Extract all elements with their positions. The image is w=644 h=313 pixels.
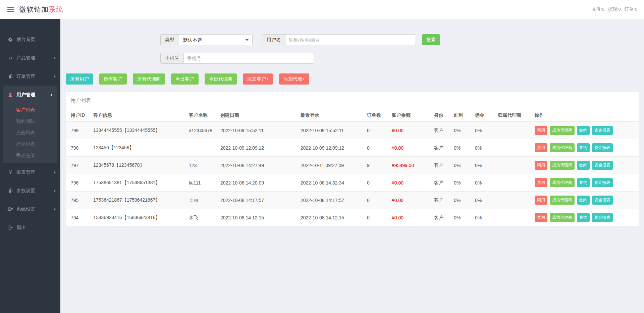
cell-created: 2022-10-08 14:12:15 [218, 209, 298, 226]
cell-balance: ¥95899.00 [389, 157, 431, 174]
sign-button[interactable]: 签约 [577, 143, 590, 152]
disable-button[interactable]: 禁用 [535, 178, 547, 187]
cell-actions: 禁用 成为代理商 签约 资金报表 [532, 139, 639, 157]
cell-agent [495, 209, 532, 226]
cell-balance: ¥0.00 [389, 174, 431, 192]
cell-role: 客户 [431, 157, 451, 174]
svg-text:B: B [9, 56, 12, 60]
sidebar-item-label: 产品管理 [16, 55, 54, 61]
cell-role: 客户 [431, 192, 451, 209]
cell-orders: 0 [364, 139, 389, 157]
sidebar-item-orders[interactable]: 订单管理 [0, 67, 60, 86]
phone-input[interactable] [183, 53, 314, 64]
today-customers-button[interactable]: 今日客户 [171, 73, 199, 85]
fund-report-button[interactable]: 资金报表 [592, 213, 613, 222]
sign-button[interactable]: 签约 [577, 178, 590, 187]
all-customers-button[interactable]: 所有客户 [99, 73, 127, 85]
become-agent-button[interactable]: 成为代理商 [550, 196, 575, 205]
chevron-right-icon [51, 94, 52, 96]
user-table: 用户ID 客户信息 客户名称 创建日期 最近登录 订单数 账户余额 身份 红利 … [66, 109, 639, 226]
all-users-button[interactable]: 所有用户 [66, 73, 93, 85]
sidebar-item-parameters[interactable]: 参数设置 [0, 181, 60, 200]
sidebar-item-label: 系统设置 [16, 206, 54, 212]
sidebar-subitem-withdraw-list[interactable]: 提现列表 [3, 138, 57, 150]
fund-report-button[interactable]: 资金报表 [592, 178, 613, 187]
become-agent-button[interactable]: 成为代理商 [550, 213, 575, 222]
sidebar-subitem-manual-recharge[interactable]: 手动充值 [3, 150, 57, 161]
disable-button[interactable]: 禁用 [535, 143, 547, 152]
cell-created: 2022-10-08 14:20:09 [218, 174, 298, 192]
cell-last-login: 2022-10-08 14:17:57 [298, 192, 364, 209]
sign-button[interactable]: 签约 [577, 196, 590, 205]
phone-label: 手机号 [160, 53, 183, 64]
become-agent-button[interactable]: 成为代理商 [550, 143, 575, 152]
search-button[interactable]: 搜索 [422, 34, 440, 45]
disable-button[interactable]: 禁用 [535, 126, 547, 135]
add-customer-button[interactable]: 添加客户+ [243, 73, 273, 85]
type-select[interactable]: 默认不选 [179, 34, 253, 45]
sidebar-item-dashboard[interactable]: 后台首页 [0, 30, 60, 49]
username-label: 用户名 [262, 34, 285, 45]
col-customer-name: 客户名称 [186, 109, 218, 122]
sidebar-subitem-my-team[interactable]: 我的团队 [3, 115, 57, 127]
sidebar-item-label: 参数设置 [16, 188, 54, 194]
cell-agent [495, 157, 532, 174]
app-logo: 微软链加系统 [19, 5, 63, 14]
sidebar-subitem-customer-list[interactable]: 客户列表 [3, 104, 57, 115]
table-row: 796 17538651381【17538651381】 liu111 2022… [66, 174, 639, 192]
sidebar-item-reports[interactable]: ¥ 报表管理 [0, 163, 60, 181]
type-group: 类型 默认不选 [160, 34, 253, 45]
disable-button[interactable]: 禁用 [535, 161, 547, 170]
cell-balance: ¥0.00 [389, 209, 431, 226]
col-role: 身份 [431, 109, 451, 122]
cell-agent [495, 174, 532, 192]
sidebar-item-products[interactable]: B 产品管理 [0, 49, 60, 67]
become-agent-button[interactable]: 成为代理商 [550, 126, 575, 135]
cell-agent [495, 139, 532, 157]
cell-commission: 0% [472, 192, 495, 209]
logo-main: 微软链加 [19, 5, 49, 13]
sidebar-item-logout[interactable]: 退出 [0, 218, 60, 237]
col-bonus: 红利 [451, 109, 472, 122]
cell-orders: 0 [364, 174, 389, 192]
sign-button[interactable]: 签约 [577, 213, 590, 222]
fund-report-button[interactable]: 资金报表 [592, 196, 613, 205]
disable-button[interactable]: 禁用 [535, 213, 547, 222]
fund-report-button[interactable]: 资金报表 [592, 126, 613, 135]
chevron-right-icon [54, 208, 56, 211]
chevron-right-icon [54, 190, 56, 192]
all-agents-button[interactable]: 所有代理商 [133, 73, 165, 85]
cell-customer-name: 王丽 [186, 192, 218, 209]
username-input[interactable] [285, 34, 416, 45]
cell-orders: 9 [364, 157, 389, 174]
add-agent-button[interactable]: 添加代理+ [279, 73, 309, 85]
sign-button[interactable]: 签约 [577, 161, 590, 170]
top-header: 微软链加系统 充值:0 提现:0 订单:0 [0, 0, 644, 19]
sign-button[interactable]: 签约 [577, 126, 590, 135]
fund-report-button[interactable]: 资金报表 [592, 161, 613, 170]
sidebar-item-system-settings[interactable]: ⚙⚙ 系统设置 [0, 200, 60, 218]
hamburger-icon[interactable] [7, 6, 14, 13]
sidebar-item-label: 订单管理 [16, 73, 54, 80]
today-agents-button[interactable]: 今日代理商 [205, 73, 237, 85]
files-icon [7, 74, 14, 79]
search-filter: 类型 默认不选 用户名 搜索 手机号 [66, 34, 639, 64]
table-row: 797 12345678【12345678】 123 2022-10-08 14… [66, 157, 639, 174]
become-agent-button[interactable]: 成为代理商 [550, 161, 575, 170]
fund-report-button[interactable]: 资金报表 [592, 143, 613, 152]
stat-orders: 订单:0 [625, 7, 637, 12]
cell-orders: 0 [364, 192, 389, 209]
sidebar-item-users[interactable]: 用户管理 [3, 86, 57, 104]
cell-balance: ¥0.00 [389, 192, 431, 209]
col-created: 创建日期 [218, 109, 298, 122]
cell-bonus: 0% [451, 157, 472, 174]
disable-button[interactable]: 禁用 [535, 196, 547, 205]
user-list-card: 用户列表 用户ID 客户信息 客户名称 创建日期 最近登录 订单数 账户余额 身… [66, 92, 639, 226]
sidebar-subitem-recharge-list[interactable]: 充值列表 [3, 127, 57, 138]
cell-customer-name: 123 [186, 157, 218, 174]
col-agent: 归属代理商 [495, 109, 532, 122]
cell-customer-info: 17538651381【17538651381】 [91, 174, 186, 192]
become-agent-button[interactable]: 成为代理商 [550, 178, 575, 187]
cell-created: 2022-10-08 14:27:49 [218, 157, 298, 174]
cell-customer-info: 13344445555【13344445555】 [91, 122, 186, 139]
